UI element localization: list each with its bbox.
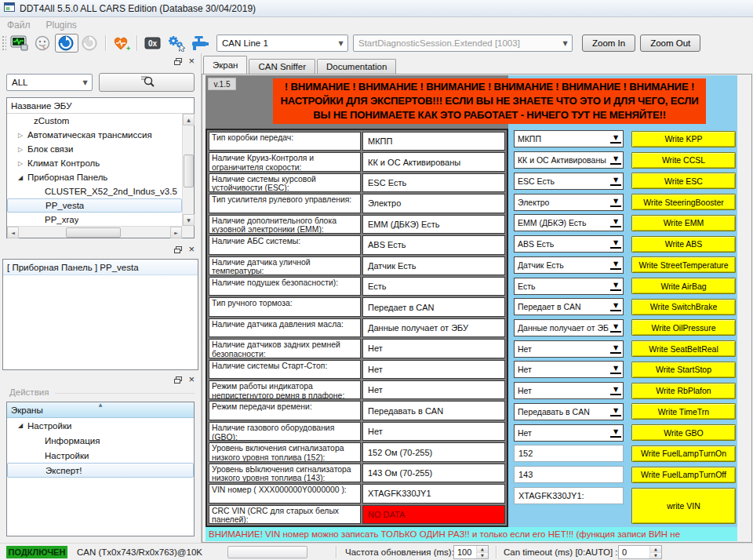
- value-input[interactable]: 143: [514, 466, 624, 483]
- value-combo[interactable]: Передавать в CAN▼: [514, 403, 624, 420]
- value-combo[interactable]: Нет▼: [514, 424, 624, 442]
- write-button[interactable]: Write TimeTrn: [631, 403, 736, 420]
- write-button[interactable]: Write StreetTemperature: [631, 256, 736, 273]
- can-valve-icon[interactable]: [188, 34, 212, 53]
- tab-documentation[interactable]: Documentation: [317, 59, 396, 74]
- can-line-combo[interactable]: CAN Line 1 ▼: [216, 35, 348, 52]
- spin-up-icon[interactable]: ▲: [477, 546, 488, 552]
- session-combo[interactable]: StartDiagnosticSession.Extended [1003] ▼: [353, 35, 573, 52]
- hex-editor-icon[interactable]: 0x: [141, 34, 165, 53]
- spin-down-icon[interactable]: ▼: [650, 552, 661, 559]
- write-button[interactable]: Write StartStop: [631, 362, 736, 378]
- write-button[interactable]: Write ESC: [631, 173, 736, 189]
- tree-item[interactable]: ▷Блок связи: [7, 142, 182, 156]
- spin-up-icon[interactable]: ▲: [650, 546, 661, 552]
- expander-icon[interactable]: ▷: [18, 146, 27, 153]
- search-ecu-button[interactable]: [99, 73, 195, 92]
- toolbar-drag-handle[interactable]: [2, 35, 6, 51]
- expert-face-icon[interactable]: [31, 34, 55, 53]
- tree-item[interactable]: ◢Настройки: [7, 418, 194, 433]
- selected-ecu-item[interactable]: [ Приборная Панель ] PP_vesta: [3, 260, 198, 275]
- write-button[interactable]: Write SwitchBrake: [631, 299, 736, 315]
- value-combo[interactable]: Электро▼: [514, 194, 624, 211]
- tree-item[interactable]: PP_vesta: [7, 198, 182, 213]
- vertical-scrollbar[interactable]: ▲ ▼: [182, 114, 194, 226]
- tree-item[interactable]: ◢Приборная Панель: [7, 170, 182, 184]
- float-icon[interactable]: [174, 373, 182, 387]
- scroll-down-icon[interactable]: ▼: [183, 214, 195, 226]
- scroll-up-icon[interactable]: ▲: [183, 114, 195, 125]
- title-bar: DDT4All 5.5.0 ALL CARS Edition (Database…: [0, 0, 753, 17]
- write-button[interactable]: Write FuelLampTurnOff: [631, 467, 736, 483]
- value-input[interactable]: XTAGFK330JY1:: [514, 487, 624, 504]
- screen-monitor-icon[interactable]: [8, 34, 31, 53]
- tree-item[interactable]: ▷Автоматическая трансмиссия: [7, 128, 182, 142]
- write-button[interactable]: Write KPP: [631, 131, 736, 147]
- plugins-gears-icon[interactable]: [165, 34, 188, 53]
- value-input[interactable]: 152: [514, 445, 624, 462]
- value-combo[interactable]: КК и ОС Активированы▼: [514, 151, 624, 169]
- tree-item[interactable]: Настройки: [7, 448, 194, 463]
- scrollbar-thumb[interactable]: [184, 155, 194, 187]
- value-controls: МКПП▼КК и ОС Активированы▼ESC Есть▼Элект…: [514, 129, 624, 527]
- tree-item[interactable]: PP_xray: [7, 213, 182, 226]
- write-button[interactable]: Write FuelLampTurnOn: [631, 445, 736, 462]
- tab-can-sniffer[interactable]: CAN Sniffer: [249, 59, 315, 74]
- float-icon[interactable]: [174, 242, 182, 256]
- write-button[interactable]: Write EMM: [631, 215, 736, 231]
- scrollbar-thumb[interactable]: [66, 227, 121, 238]
- menu-plugins[interactable]: Plugins: [46, 20, 77, 31]
- tree-item[interactable]: zCustom: [7, 114, 182, 128]
- reload-icon[interactable]: [78, 34, 102, 53]
- zoom-in-button[interactable]: Zoom In: [582, 35, 635, 52]
- menu-file[interactable]: Файл: [7, 20, 31, 31]
- value-combo[interactable]: МКПП▼: [514, 130, 624, 147]
- value-combo[interactable]: ABS Есть▼: [514, 235, 624, 253]
- refresh-rate-spinner[interactable]: 100 ▲▼: [453, 545, 489, 559]
- write-button[interactable]: Write AirBag: [631, 278, 736, 294]
- expander-icon[interactable]: ◢: [18, 422, 27, 429]
- value-combo[interactable]: Нет▼: [514, 361, 624, 378]
- write-button[interactable]: Write GBO: [631, 424, 736, 441]
- float-icon[interactable]: [174, 54, 182, 68]
- row-value: Нет: [362, 380, 505, 399]
- chevron-down-icon: ▼: [610, 323, 621, 333]
- value-combo[interactable]: Есть▼: [514, 278, 624, 295]
- value-combo[interactable]: Данные получает от ЭБУ▼: [514, 319, 624, 336]
- write-button[interactable]: Write ABS: [631, 236, 736, 253]
- expander-icon[interactable]: ▷: [18, 132, 27, 139]
- write-button[interactable]: Write OilPressure: [631, 319, 736, 336]
- value-combo[interactable]: EMM (ДБКЭ) Есть▼: [514, 214, 624, 231]
- write-button[interactable]: Write CCSL: [631, 152, 736, 169]
- write-button[interactable]: Write RbPlafon: [631, 383, 736, 399]
- zoom-out-button[interactable]: Zoom Out: [640, 35, 700, 52]
- close-icon[interactable]: ×: [188, 57, 195, 65]
- refresh-connect-icon[interactable]: [55, 34, 78, 53]
- tree-item[interactable]: Информация: [7, 433, 194, 448]
- value-combo[interactable]: Нет▼: [514, 340, 624, 358]
- ecu-tree-header[interactable]: Название ЭБУ: [7, 98, 194, 114]
- tab-screen[interactable]: Экран: [203, 56, 247, 74]
- write-button[interactable]: write VIN: [631, 488, 736, 524]
- scroll-left-icon[interactable]: ◄: [7, 227, 19, 238]
- tree-item[interactable]: CLUSTER_X52_2nd_Indus_v3.5: [7, 184, 182, 198]
- ecu-filter-combo[interactable]: ALL ▼: [6, 74, 93, 91]
- spin-down-icon[interactable]: ▼: [477, 552, 488, 559]
- value-combo[interactable]: Нет▼: [514, 382, 624, 399]
- value-combo[interactable]: Датчик Есть▼: [514, 256, 624, 274]
- write-button[interactable]: Write SteeringBooster: [631, 194, 736, 210]
- screens-tree-header[interactable]: ▲ Экраны: [7, 402, 194, 418]
- close-icon[interactable]: ×: [188, 376, 195, 384]
- horizontal-scrollbar[interactable]: ◄ ►: [7, 226, 182, 238]
- can-timeout-spinner[interactable]: 0 ▲▼: [618, 545, 662, 559]
- value-combo[interactable]: Передает в CAN▼: [514, 298, 624, 315]
- expander-icon[interactable]: ▷: [18, 160, 27, 167]
- write-button[interactable]: Write SeatBeltReal: [631, 340, 736, 357]
- value-combo[interactable]: ESC Есть▼: [514, 173, 624, 190]
- close-icon[interactable]: ×: [188, 245, 195, 253]
- tree-item[interactable]: ▷Климат Контроль: [7, 156, 182, 170]
- tree-item[interactable]: Эксперт!: [7, 463, 194, 478]
- scroll-right-icon[interactable]: ►: [170, 227, 182, 238]
- ecu-scan-icon[interactable]: +: [110, 34, 133, 53]
- expander-icon[interactable]: ◢: [18, 174, 27, 181]
